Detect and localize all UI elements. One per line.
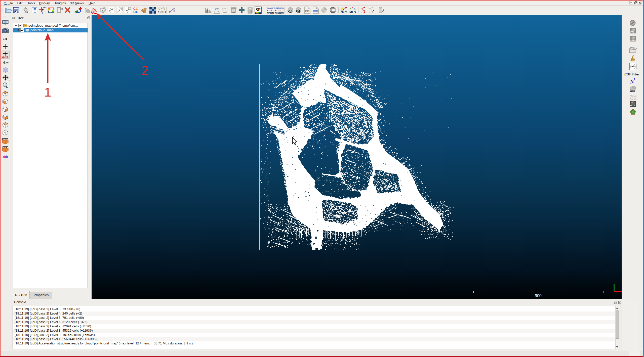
- svg-text:M3C2: M3C2: [630, 95, 637, 97]
- svg-text:max: max: [223, 12, 227, 14]
- svg-text:auto: auto: [2, 55, 8, 58]
- svg-text:CANUPO: CANUPO: [267, 7, 275, 9]
- svg-text:Classify: Classify: [275, 12, 284, 14]
- svg-text:N: N: [630, 79, 634, 84]
- svg-text:■: ■: [275, 9, 276, 12]
- svg-text:PCV: PCV: [630, 104, 635, 107]
- svg-text:BACK: BACK: [3, 147, 8, 148]
- svg-text:C: C: [133, 10, 136, 14]
- svg-text:1:1: 1:1: [3, 37, 7, 40]
- svg-text:SHP: SHP: [306, 10, 309, 12]
- svg-text:●: ●: [350, 7, 351, 9]
- svg-text:C: C: [136, 10, 138, 14]
- svg-text:FM: FM: [296, 10, 300, 13]
- svg-text:✦: ✦: [279, 9, 281, 12]
- svg-text:MLS: MLS: [349, 11, 356, 14]
- svg-text:SSAO: SSAO: [630, 39, 635, 41]
- svg-text:SF: SF: [256, 7, 261, 12]
- svg-text:min: min: [222, 7, 226, 10]
- svg-text:→: →: [277, 9, 279, 12]
- svg-text:Kd: Kd: [288, 10, 292, 13]
- svg-text:CANUPO: CANUPO: [275, 7, 284, 9]
- svg-text:FRONT: FRONT: [3, 139, 9, 140]
- svg-text:✦: ✦: [271, 9, 272, 12]
- svg-text:CSV: CSV: [314, 10, 318, 12]
- svg-text:N+C: N+C: [341, 11, 347, 14]
- svg-text:EDL: EDL: [630, 31, 635, 33]
- svg-text:HPR: HPR: [630, 90, 635, 93]
- svg-text:→: →: [269, 9, 271, 12]
- svg-text:●: ●: [352, 7, 353, 9]
- svg-text:900: 900: [535, 294, 542, 298]
- svg-text:●: ●: [267, 9, 268, 12]
- svg-text:SOR: SOR: [158, 10, 166, 14]
- svg-text:Create: Create: [267, 12, 274, 14]
